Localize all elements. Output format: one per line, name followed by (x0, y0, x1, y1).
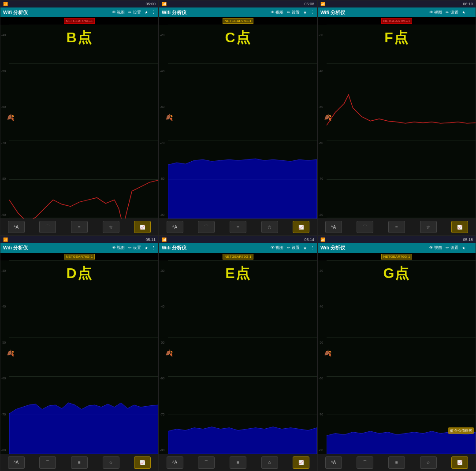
y-axis-G: -30 -40 -50 -60 -70 -80 (319, 260, 323, 454)
chart-label-G: G点 (383, 264, 410, 283)
app-title-G: Wifi 分析仪 (320, 245, 345, 251)
toolbar-D: ᴬA ⌒ ≡ ☆ 📈 (0, 454, 158, 471)
toolbar-btn-star-G[interactable]: ☆ (420, 456, 437, 469)
toolbar-btn-wave-B[interactable]: ⌒ (39, 221, 56, 233)
network-badge-E: NETGEAR76G-1 (223, 254, 254, 260)
toolbar-btn-star-E[interactable]: ☆ (261, 456, 278, 469)
toolbar-btn-wave-D[interactable]: ⌒ (39, 456, 56, 469)
toolbar-btn-aa-G[interactable]: ᴬA (325, 456, 342, 469)
toolbar-B: ᴬA ⌒ ≡ ☆ 📈 (0, 219, 158, 235)
app-bar-C: Wifi 分析仪 👁 视图 ✏ 设置 ★ ⋮ (159, 7, 317, 17)
toolbar-btn-star-F[interactable]: ☆ (420, 221, 437, 233)
toolbar-btn-list-E[interactable]: ≡ (230, 456, 246, 469)
status-bar-E: 📶 05:14 (159, 236, 317, 243)
leaf-icon-C: 🍂 (165, 114, 173, 121)
chart-B: B点 -40 -50 -60 -70 -80 -90 🍂 (0, 25, 158, 219)
toolbar-btn-star-B[interactable]: ☆ (103, 221, 119, 233)
status-bar-C: 📶 05:08 (159, 0, 317, 7)
app-bar-D: Wifi 分析仪 👁 视图 ✏ 设置 ★ ⋮ (0, 243, 158, 253)
app-title-D: Wifi 分析仪 (3, 245, 28, 251)
toolbar-btn-list-C[interactable]: ≡ (230, 221, 246, 233)
cell-F: 📶 06:10 Wifi 分析仪 👁 视图 ✏ 设置 ★ ⋮ NETGEAR76… (317, 0, 476, 236)
network-badge-G: NETGEAR76G-1 (381, 254, 413, 260)
network-badge-D: NETGEAR76G-1 (64, 254, 95, 260)
network-badge-C: NETGEAR76G-1 (223, 18, 254, 24)
chart-svg-G (327, 260, 476, 454)
chart-C: C点 -20 -40 -50 -70 -80 -90 🍂 (159, 25, 317, 219)
y-axis-D: -30 -40 -50 -60 -70 -80 (1, 260, 6, 454)
svg-marker-2 (168, 426, 317, 454)
app-bar-E: Wifi 分析仪 👁 视图 ✏ 设置 ★ ⋮ (159, 243, 317, 253)
chart-F: F点 -30 -40 -50 -60 -70 -80 🍂 (318, 25, 476, 219)
toolbar-btn-aa-D[interactable]: ᴬA (8, 456, 25, 469)
toolbar-btn-aa-E[interactable]: ᴬA (167, 456, 183, 469)
app-bar-B: Wifi 分析仪 👁 视图 ✏ 设置 ★ ⋮ (0, 7, 158, 17)
svg-marker-0 (168, 159, 317, 218)
toolbar-C: ᴬA ⌒ ≡ ☆ 📈 (159, 219, 317, 235)
toolbar-btn-chart-E[interactable]: 📈 (293, 456, 309, 469)
toolbar-btn-chart-F[interactable]: 📈 (451, 221, 468, 233)
cell-G: 📶 05:18 Wifi 分析仪 👁 视图 ✏ 设置 ★ ⋮ NETGEAR76… (317, 236, 476, 471)
chart-label-C: C点 (225, 28, 251, 48)
network-badge-F: NETGEAR76G-1 (381, 18, 413, 24)
leaf-icon-E: 🍂 (165, 349, 173, 356)
toolbar-btn-list-F[interactable]: ≡ (388, 221, 405, 233)
app-bar-G: Wifi 分析仪 👁 视图 ✏ 设置 ★ ⋮ (318, 243, 476, 253)
app-title-F: Wifi 分析仪 (320, 9, 345, 16)
app-title-B: Wifi 分析仪 (3, 9, 28, 16)
chart-G: G点 -30 -40 -50 -60 -70 -80 🍂 (318, 260, 476, 454)
leaf-icon-D: 🍂 (7, 349, 14, 356)
toolbar-btn-list-G[interactable]: ≡ (388, 456, 405, 469)
app-bar-F: Wifi 分析仪 👁 视图 ✏ 设置 ★ ⋮ (318, 7, 476, 17)
chart-svg-E (168, 260, 317, 454)
chart-label-B: B点 (66, 28, 92, 48)
y-axis-F: -30 -40 -50 -60 -70 -80 (319, 25, 323, 219)
toolbar-btn-wave-C[interactable]: ⌒ (198, 221, 215, 233)
svg-marker-3 (327, 431, 476, 454)
chart-label-D: D点 (66, 264, 92, 283)
leaf-icon-B: 🍂 (7, 114, 14, 121)
toolbar-btn-chart-D[interactable]: 📈 (134, 456, 151, 469)
toolbar-btn-list-B[interactable]: ≡ (71, 221, 88, 233)
watermark: 值 什么值得买 (448, 427, 474, 434)
toolbar-btn-star-D[interactable]: ☆ (103, 456, 119, 469)
toolbar-E: ᴬA ⌒ ≡ ☆ 📈 (159, 454, 317, 471)
app-title-C: Wifi 分析仪 (162, 9, 186, 16)
y-axis-C: -20 -40 -50 -70 -80 -90 (160, 25, 164, 219)
svg-marker-1 (9, 403, 158, 454)
chart-svg-B (9, 25, 158, 219)
network-badge-B: NETGEAR76G-1 (64, 18, 95, 24)
status-bar-F: 📶 06:10 (318, 0, 476, 7)
toolbar-G: ᴬA ⌒ ≡ ☆ 📈 (318, 454, 476, 471)
toolbar-btn-list-D[interactable]: ≡ (71, 456, 88, 469)
cell-D: 📶 05:11 Wifi 分析仪 👁 视图 ✏ 设置 ★ ⋮ NETGEAR76… (0, 236, 159, 471)
toolbar-btn-aa-B[interactable]: ᴬA (8, 221, 25, 233)
chart-label-F: F点 (384, 28, 409, 48)
toolbar-btn-wave-E[interactable]: ⌒ (198, 456, 215, 469)
toolbar-F: ᴬA ⌒ ≡ ☆ 📈 (318, 219, 476, 235)
chart-E: E点 -30 -40 -50 -60 -70 -80 🍂 (159, 260, 317, 454)
toolbar-btn-wave-F[interactable]: ⌒ (357, 221, 373, 233)
toolbar-btn-chart-G[interactable]: 📈 (451, 456, 468, 469)
toolbar-btn-chart-C[interactable]: 📈 (293, 221, 309, 233)
toolbar-btn-star-C[interactable]: ☆ (261, 221, 278, 233)
main-grid: 📶 05:00 Wifi 分析仪 👁 视图 ✏ 设置 ★ ⋮ NETGEAR76… (0, 0, 476, 471)
chart-svg-D (9, 260, 158, 454)
chart-svg-F (327, 25, 476, 219)
cell-C: 📶 05:08 Wifi 分析仪 👁 视图 ✏ 设置 ★ ⋮ NETGEAR76… (159, 0, 317, 236)
cell-E: 📶 05:14 Wifi 分析仪 👁 视图 ✏ 设置 ★ ⋮ NETGEAR76… (159, 236, 317, 471)
y-axis-B: -40 -50 -60 -70 -80 -90 (1, 25, 6, 219)
app-title-E: Wifi 分析仪 (162, 245, 186, 251)
chart-D: D点 -30 -40 -50 -60 -70 -80 🍂 (0, 260, 158, 454)
toolbar-btn-chart-B[interactable]: 📈 (134, 221, 151, 233)
status-bar-D: 📶 05:11 (0, 236, 158, 243)
chart-label-E: E点 (225, 264, 250, 283)
chart-svg-C (168, 25, 317, 219)
toolbar-btn-aa-C[interactable]: ᴬA (167, 221, 183, 233)
leaf-icon-F: 🍂 (324, 114, 331, 121)
status-bar-G: 📶 05:18 (318, 236, 476, 243)
toolbar-btn-wave-G[interactable]: ⌒ (357, 456, 373, 469)
toolbar-btn-aa-F[interactable]: ᴬA (325, 221, 342, 233)
y-axis-E: -30 -40 -50 -60 -70 -80 (160, 260, 164, 454)
cell-B: 📶 05:00 Wifi 分析仪 👁 视图 ✏ 设置 ★ ⋮ NETGEAR76… (0, 0, 159, 236)
